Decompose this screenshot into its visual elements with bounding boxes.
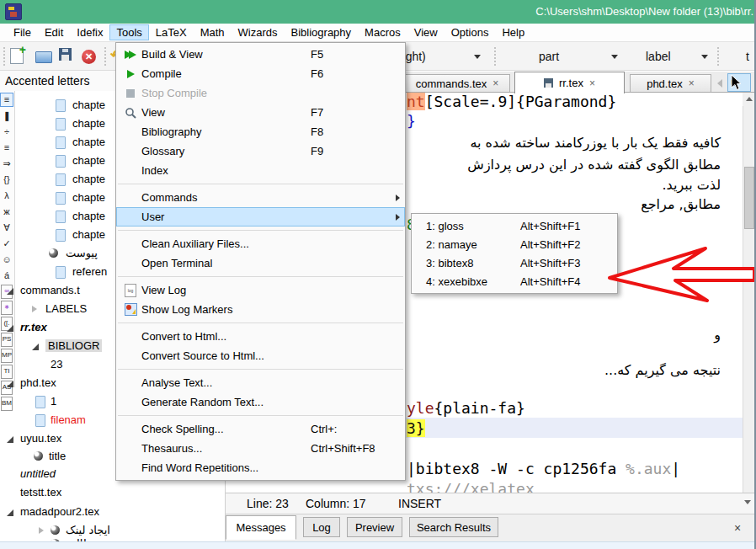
menu-separator xyxy=(118,369,403,370)
menu-item-stop-compile[interactable]: Stop Compile xyxy=(116,83,405,103)
toolbar-combo-4[interactable]: t xyxy=(746,50,749,63)
editor-tab-commands-tex[interactable]: commands.tex× xyxy=(404,74,510,92)
code-segment: |bibtex8 -W -c cp1256fa xyxy=(407,460,626,477)
titlebar: C:\Users\shm\Desktop\New folder (13)\bib… xyxy=(0,0,754,24)
menu-item-convert-source-to-html[interactable]: Convert Source to Html... xyxy=(116,346,405,365)
tree-item-22[interactable]: tetstt.tex xyxy=(0,485,226,502)
tree-item-label: filenam xyxy=(51,413,86,426)
menu-item-compile[interactable]: CompileF6 xyxy=(116,64,405,83)
file-icon xyxy=(56,229,66,242)
tab-close-icon[interactable]: × xyxy=(589,77,595,89)
menu-item-generate-random-text[interactable]: Generate Random Text... xyxy=(116,392,405,412)
file-icon xyxy=(56,136,66,149)
menu-item-convert-to-html[interactable]: Convert to Html... xyxy=(116,327,405,346)
section-icon xyxy=(51,525,60,535)
menu-item-analyse-text[interactable]: Analyse Text... xyxy=(116,373,405,392)
menu-item-shortcut: F9 xyxy=(311,145,400,157)
user-command-xexebibxe[interactable]: 4: xexebibxeAlt+Shift+F4 xyxy=(412,272,617,290)
expander-open-icon[interactable] xyxy=(7,288,13,295)
combo-dropdown-icon[interactable] xyxy=(474,55,481,59)
menubar-item-options[interactable]: Options xyxy=(445,24,496,40)
messages-panel-area xyxy=(0,541,754,549)
user-command-gloss[interactable]: 1: glossAlt+Shift+F1 xyxy=(412,216,617,235)
menu-item-bibliography[interactable]: BibliographyF8 xyxy=(116,122,405,141)
code-segment: | xyxy=(671,460,680,477)
editor-tab-rr-tex[interactable]: rr.tex× xyxy=(514,72,625,93)
menubar-item-tools[interactable]: Tools xyxy=(109,24,148,40)
code-segment: nt xyxy=(407,93,425,110)
menubar-item-file[interactable]: File xyxy=(7,24,38,40)
toolbar-grip xyxy=(717,47,721,66)
menubar-item-bibliography[interactable]: Bibliography xyxy=(285,24,359,40)
menu-item-user[interactable]: User xyxy=(116,207,405,227)
expander-closed-icon[interactable] xyxy=(39,527,44,534)
menu-item-label: User xyxy=(141,211,306,223)
bottom-tab-log[interactable]: Log xyxy=(303,517,340,537)
menu-item-thesaurus[interactable]: Thesaurus...Ctrl+Shift+F8 xyxy=(116,439,405,458)
menu-item-label: Convert Source to Html... xyxy=(141,349,311,362)
tree-item-label: madadpour2.tex xyxy=(20,505,99,518)
open-file-icon[interactable] xyxy=(35,48,52,67)
status-column: Column: 17 xyxy=(306,497,366,510)
menubar-item-edit[interactable]: Edit xyxy=(38,24,70,40)
toolbar-grip xyxy=(104,47,109,66)
menubar-item-wizards[interactable]: Wizards xyxy=(232,24,285,40)
menubar-item-help[interactable]: Help xyxy=(495,24,531,40)
menu-separator xyxy=(118,230,403,231)
menu-item-view[interactable]: ViewF7 xyxy=(116,103,405,122)
scrollbar-thumb[interactable] xyxy=(744,167,754,229)
expander-open-icon[interactable] xyxy=(7,509,13,516)
file-icon xyxy=(35,414,45,427)
menu-item-find-word-repetitions[interactable]: Find Word Repetitions... xyxy=(116,458,405,477)
user-command-namaye[interactable]: 2: namayeAlt+Shift+F2 xyxy=(412,235,617,253)
new-file-icon[interactable] xyxy=(10,48,24,67)
tab-close-icon[interactable]: × xyxy=(492,77,498,89)
log-markers-icon xyxy=(120,303,141,316)
scroll-down-icon[interactable] xyxy=(744,500,751,504)
menubar-item-idefix[interactable]: Idefix xyxy=(70,24,109,40)
expander-open-icon[interactable] xyxy=(7,381,13,387)
menubar-item-view[interactable]: View xyxy=(407,24,445,40)
scroll-up-icon[interactable] xyxy=(743,93,756,106)
expander-open-icon[interactable] xyxy=(7,436,13,443)
toolbar-combo-3[interactable]: label xyxy=(646,50,671,63)
bottom-tab-preview[interactable]: Preview xyxy=(347,517,402,537)
file-icon xyxy=(56,99,66,112)
tree-item-23[interactable]: madadpour2.tex xyxy=(0,504,226,521)
tree-item-label: chapte xyxy=(72,154,105,167)
tree-item-label: ایجاد لینک xyxy=(66,524,110,536)
menu-item-clean-auxiliary-files[interactable]: Clean Auxiliary Files... xyxy=(116,234,405,253)
menubar-item-math[interactable]: Math xyxy=(194,24,232,40)
toolbar-combo-2[interactable]: part xyxy=(539,50,559,63)
tree-item-label: uyuu.tex xyxy=(20,432,61,445)
save-icon[interactable] xyxy=(59,48,72,64)
menu-item-show-log-markers[interactable]: Show Log Markers xyxy=(116,300,405,319)
menubar-item-macros[interactable]: Macros xyxy=(358,24,407,40)
close-icon[interactable]: ✕ xyxy=(82,48,96,64)
editor-tab-phd-tex[interactable]: phd.tex× xyxy=(630,74,711,92)
menu-item-view-log[interactable]: logView Log xyxy=(116,280,405,300)
menu-item-build-view[interactable]: Build & ViewF5 xyxy=(116,45,405,64)
expander-closed-icon[interactable] xyxy=(32,306,37,312)
menu-item-open-terminal[interactable]: Open Terminal xyxy=(116,253,405,273)
menu-item-label: Build & View xyxy=(141,48,311,61)
menu-item-index[interactable]: Index xyxy=(116,161,405,180)
menu-item-check-spelling[interactable]: Check Spelling...Ctrl+: xyxy=(116,419,405,439)
menu-item-label: Check Spelling... xyxy=(141,423,311,435)
menubar-item-latex[interactable]: LaTeX xyxy=(149,24,194,40)
menu-item-commands[interactable]: Commands xyxy=(116,188,405,207)
tab-close-icon[interactable]: × xyxy=(689,77,695,89)
user-command-label: 4: xexebibxe xyxy=(426,275,520,288)
combo-dropdown-icon[interactable] xyxy=(701,55,708,59)
combo-dropdown-icon[interactable] xyxy=(611,55,618,59)
expander-open-icon[interactable] xyxy=(7,325,13,332)
expander-open-icon[interactable] xyxy=(32,344,39,350)
bottom-tab-messages[interactable]: Messages xyxy=(226,515,296,540)
user-command-bibtex8[interactable]: 3: bibtex8Alt+Shift+F3 xyxy=(412,253,617,272)
menu-item-glossary[interactable]: GlossaryF9 xyxy=(116,141,405,161)
tab-scroll-left-icon[interactable] xyxy=(714,76,726,91)
menu-item-shortcut: F6 xyxy=(311,67,400,80)
panel-close-icon[interactable]: × xyxy=(734,521,741,535)
editor-statusbar: Line: 23 Column: 17 INSERT xyxy=(226,493,756,514)
bottom-tab-search-results[interactable]: Search Results xyxy=(409,517,498,537)
